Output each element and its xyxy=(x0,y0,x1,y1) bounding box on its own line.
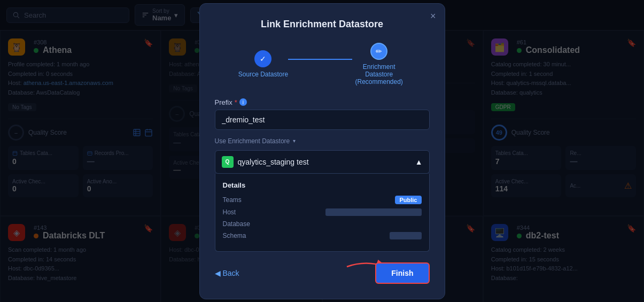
host-value-blurred xyxy=(325,208,422,216)
back-button[interactable]: ◀ Back xyxy=(215,269,239,277)
detail-schema-row: Schema xyxy=(223,232,422,239)
datastore-select[interactable]: Q qyalytics_staging test ▲ xyxy=(215,150,430,174)
finish-button-container: Finish xyxy=(375,262,429,284)
modal-title: Link Enrichment Datastore xyxy=(215,19,430,30)
link-enrichment-modal: × Link Enrichment Datastore ✓ Source Dat… xyxy=(199,3,445,299)
use-enrichment-toggle[interactable]: Use Enrichment Datastore ▾ xyxy=(215,137,430,145)
detail-database-row: Database xyxy=(223,220,422,228)
info-icon[interactable]: i xyxy=(239,98,247,106)
step-connector xyxy=(288,59,352,60)
finish-button[interactable]: Finish xyxy=(375,262,429,284)
datastore-select-icon: Q xyxy=(222,156,234,168)
step2-label: Enrichment Datastore(Recommended) xyxy=(352,63,406,86)
step1-label: Source Datastore xyxy=(238,71,288,78)
schema-value-blurred xyxy=(390,232,422,239)
step-1: ✓ Source Datastore xyxy=(238,50,288,78)
chevron-down-icon: ▾ xyxy=(293,138,296,144)
step2-circle: ✏ xyxy=(370,43,387,60)
detail-host-row: Host xyxy=(223,208,422,216)
details-panel: Details Teams Public Host Database Schem… xyxy=(215,174,430,252)
detail-teams-row: Teams Public xyxy=(223,196,422,204)
details-title: Details xyxy=(223,181,422,189)
public-badge: Public xyxy=(395,196,421,204)
prefix-input[interactable] xyxy=(215,110,430,130)
modal-close-button[interactable]: × xyxy=(430,11,436,21)
step1-circle: ✓ xyxy=(254,50,271,67)
step-2: ✏ Enrichment Datastore(Recommended) xyxy=(352,43,406,86)
dropdown-chevron-icon: ▲ xyxy=(415,158,423,166)
stepper: ✓ Source Datastore ✏ Enrichment Datastor… xyxy=(215,43,430,86)
required-indicator: * xyxy=(235,98,237,106)
modal-overlay: × Link Enrichment Datastore ✓ Source Dat… xyxy=(0,0,644,302)
modal-footer: ◀ Back Finish xyxy=(215,262,430,284)
prefix-label: Prefix * i xyxy=(215,98,430,106)
